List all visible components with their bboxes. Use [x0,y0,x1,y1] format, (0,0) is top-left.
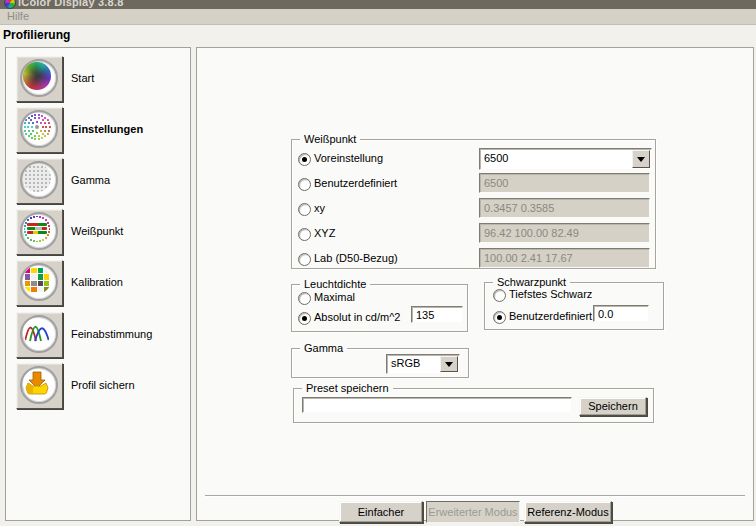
app-icon [4,0,16,9]
xyz-radio[interactable] [298,228,311,241]
sidebar-item-kalibration: Kalibration [6,260,190,304]
gamma-value: sRGB [391,355,420,371]
xyz-label[interactable]: XYZ [314,227,335,239]
title-bar: iColor Display 3.8.8 [0,0,756,9]
color-dot-chart-icon [20,110,58,148]
profil-sichern-button[interactable] [16,363,63,409]
lab-radio[interactable] [298,253,311,266]
speichern-button[interactable]: Speichern [579,397,647,416]
sidebar-item-label: Profil sichern [71,363,135,407]
kalibration-button[interactable] [16,260,63,306]
whitepoint-preset-value: 6500 [484,149,508,167]
blackpoint-group: Schwarzpunkt Tiefstes Schwarz Benutzerde… [484,282,664,330]
xy-label[interactable]: xy [314,202,325,214]
color-patches-icon [20,263,58,301]
benutzerdefiniert-field: 6500 [479,173,650,193]
erweiterter-modus-button: Erweiterter Modus [426,501,520,523]
whitepoint-group: Weißpunkt Voreinstellung 6500 Benutzerde… [291,139,656,269]
dropdown-arrow-button[interactable] [440,356,458,372]
sidebar-item-profil-sichern: Profil sichern [6,363,190,407]
voreinstellung-radio[interactable] [298,153,311,166]
luminance-legend: Leuchtdichte [300,278,370,291]
tiefstes-schwarz-radio[interactable] [493,289,506,302]
sidebar-item-label: Kalibration [71,260,123,304]
luminance-value-input[interactable] [411,306,463,323]
app-window: { "window": { "title": "iColor Display 3… [0,0,756,526]
referenz-modus-button[interactable]: Referenz-Modus [524,501,612,523]
blackpoint-benutzerdefiniert-label[interactable]: Benutzerdefiniert [509,310,592,322]
footer-separator-highlight [205,496,745,497]
gamma-legend: Gamma [300,342,347,355]
page-title: Profilierung [3,28,70,42]
sidebar-item-start: Start [6,56,190,100]
preset-group: Preset speichern Speichern [293,388,654,423]
benutzerdefiniert-radio[interactable] [298,178,311,191]
sidebar-item-label: Gamma [71,158,110,202]
xyz-field: 96.42 100.00 82.49 [479,223,650,243]
lab-label[interactable]: Lab (D50-Bezug) [314,252,398,264]
absolut-radio[interactable] [298,312,311,325]
maximal-radio[interactable] [298,292,311,305]
whitepoint-legend: Weißpunkt [300,133,360,146]
absolut-label[interactable]: Absolut in cd/m^2 [314,311,400,323]
blackpoint-value-input[interactable] [593,305,649,322]
einfacher-modus-button[interactable]: Einfacher Modus [339,501,423,523]
luminance-group: Leuchtdichte Maximal Absolut in cd/m^2 [291,284,468,332]
whitepoint-bars-icon [20,212,58,250]
feinabstimmung-button[interactable] [16,312,63,358]
gamma-dropdown[interactable]: sRGB [386,354,460,374]
main-panel: Weißpunkt Voreinstellung 6500 Benutzerde… [196,47,754,521]
gamma-group: Gamma sRGB [291,348,469,378]
save-profile-icon [20,366,58,404]
chevron-down-icon [445,362,453,367]
xy-radio[interactable] [298,203,311,216]
window-title: iColor Display 3.8.8 [18,0,123,8]
chevron-down-icon [637,157,645,162]
sidebar-item-feinabstimmung: Feinabstimmung [6,312,190,356]
sidebar-panel: Start Einstellungen Gamma [5,47,191,521]
rgb-curves-icon [20,315,58,353]
whitepoint-preset-dropdown[interactable]: 6500 [479,148,652,170]
dropdown-arrow-button[interactable] [632,150,650,168]
sidebar-item-label: Einstellungen [71,107,143,151]
menu-bar: Hilfe [0,9,756,25]
weisspunkt-button[interactable] [16,209,63,255]
maximal-label[interactable]: Maximal [314,291,355,303]
preset-legend: Preset speichern [302,382,393,395]
sidebar-item-weisspunkt: Weißpunkt [6,209,190,253]
sidebar-item-label: Weißpunkt [71,209,123,253]
preset-name-input[interactable] [302,397,572,413]
sidebar-item-einstellungen: Einstellungen [6,107,190,151]
sidebar-item-label: Start [71,56,94,100]
menu-item-hilfe[interactable]: Hilfe [4,9,32,24]
tiefstes-schwarz-label[interactable]: Tiefstes Schwarz [509,288,592,300]
sidebar-item-label: Feinabstimmung [71,312,152,356]
halftone-pattern-icon [20,161,58,199]
voreinstellung-label[interactable]: Voreinstellung [314,152,383,164]
gamma-button[interactable] [16,158,63,204]
benutzerdefiniert-label[interactable]: Benutzerdefiniert [314,177,397,189]
blackpoint-benutzerdefiniert-radio[interactable] [493,311,506,324]
xy-field: 0.3457 0.3585 [479,198,650,218]
sidebar-item-gamma: Gamma [6,158,190,202]
start-button[interactable] [16,56,63,102]
einstellungen-button[interactable] [16,107,63,153]
lab-field: 100.00 2.41 17.67 [479,248,650,268]
color-wheel-icon [20,59,58,97]
